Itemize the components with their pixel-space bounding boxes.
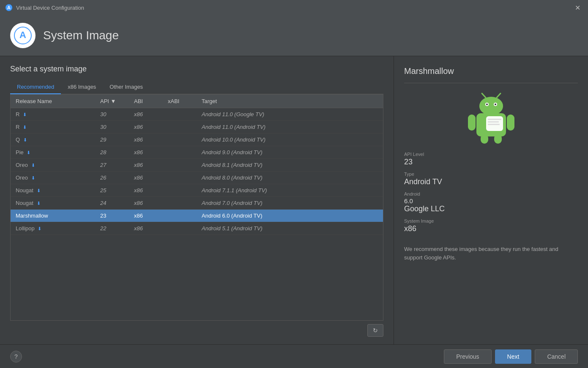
cell-release-name: Lollipop ⬇ xyxy=(11,222,95,235)
cell-release-name: Nougat ⬇ xyxy=(11,197,95,210)
cell-abi: x86 xyxy=(129,146,163,159)
table-row[interactable]: Oreo ⬇26x86Android 8.0 (Android TV) xyxy=(11,172,383,184)
cell-abi: x86 xyxy=(129,197,163,210)
download-icon: ⬇ xyxy=(31,175,35,181)
cell-abi: x86 xyxy=(129,172,163,184)
tab-recommended[interactable]: Recommended xyxy=(10,80,61,94)
table-footer: ↻ xyxy=(10,321,383,340)
table-row[interactable]: Lollipop ⬇22x86Android 5.1 (Android TV) xyxy=(11,222,383,235)
cell-api: 29 xyxy=(95,134,129,146)
cell-release-name: Oreo ⬇ xyxy=(11,159,95,172)
cell-xabi xyxy=(163,134,197,146)
cell-abi: x86 xyxy=(129,184,163,197)
col-release-name[interactable]: Release Name xyxy=(11,95,95,108)
cell-target: Android 11.0 (Android TV) xyxy=(197,121,383,134)
svg-rect-16 xyxy=(494,134,502,144)
header: A System Image xyxy=(0,15,588,56)
cell-xabi xyxy=(163,146,197,159)
svg-rect-14 xyxy=(507,114,514,131)
cell-api: 26 xyxy=(95,172,129,184)
previous-button[interactable]: Previous xyxy=(444,349,491,364)
svg-line-11 xyxy=(482,93,486,98)
cell-target: Android 8.1 (Android TV) xyxy=(197,159,383,172)
cancel-button[interactable]: Cancel xyxy=(535,349,578,364)
table-row[interactable]: R ⬇30x86Android 11.0 (Google TV) xyxy=(11,108,383,121)
cell-release-name: Marshmallow xyxy=(11,210,95,222)
android-field: Android 6.0 Google LLC xyxy=(404,191,578,213)
header-logo: A xyxy=(10,23,36,48)
svg-rect-18 xyxy=(488,119,501,120)
cell-xabi xyxy=(163,222,197,235)
table-row[interactable]: Q ⬇29x86Android 10.0 (Android TV) xyxy=(11,134,383,146)
cell-xabi xyxy=(163,108,197,121)
svg-rect-13 xyxy=(468,114,476,131)
cell-xabi xyxy=(163,172,197,184)
left-panel: Select a system image Recommended x86 Im… xyxy=(0,56,394,344)
cell-target: Android 10.0 (Android TV) xyxy=(197,134,383,146)
tab-bar: Recommended x86 Images Other Images xyxy=(10,80,383,94)
cell-target: Android 9.0 (Android TV) xyxy=(197,146,383,159)
system-image-value: x86 xyxy=(404,224,578,233)
cell-abi: x86 xyxy=(129,134,163,146)
svg-rect-17 xyxy=(486,116,503,131)
download-icon: ⬇ xyxy=(37,201,41,206)
system-image-field: System Image x86 xyxy=(404,218,578,233)
cell-api: 30 xyxy=(95,121,129,134)
download-icon: ⬇ xyxy=(38,226,41,232)
cell-target: Android 8.0 (Android TV) xyxy=(197,172,383,184)
download-icon: ⬇ xyxy=(27,150,30,155)
help-button[interactable]: ? xyxy=(10,351,22,363)
svg-point-10 xyxy=(495,104,496,105)
cell-abi: x86 xyxy=(129,222,163,235)
cell-xabi xyxy=(163,197,197,210)
tab-other-images[interactable]: Other Images xyxy=(103,80,150,94)
cell-release-name: Q ⬇ xyxy=(11,134,95,146)
table-row[interactable]: Pie ⬇28x86Android 9.0 (Android TV) xyxy=(11,146,383,159)
table-row[interactable]: Nougat ⬇24x86Android 7.0 (Android TV) xyxy=(11,197,383,210)
svg-rect-20 xyxy=(488,124,500,125)
col-abi: ABI xyxy=(129,95,163,108)
cell-api: 30 xyxy=(95,108,129,121)
next-button[interactable]: Next xyxy=(495,349,532,364)
type-field: Type Android TV xyxy=(404,172,578,186)
api-level-value: 23 xyxy=(404,158,578,166)
tab-x86-images[interactable]: x86 Images xyxy=(61,80,103,94)
main-window: A Virtual Device Configuration ✕ A Syste… xyxy=(0,0,588,368)
cell-xabi xyxy=(163,210,197,222)
download-icon: ⬇ xyxy=(23,125,27,130)
close-button[interactable]: ✕ xyxy=(572,3,583,13)
cell-target: Android 7.0 (Android TV) xyxy=(197,197,383,210)
table-row[interactable]: Oreo ⬇27x86Android 8.1 (Android TV) xyxy=(11,159,383,172)
cell-target: Android 5.1 (Android TV) xyxy=(197,222,383,235)
window-title: Virtual Device Configuration xyxy=(16,5,572,11)
type-value: Android TV xyxy=(404,177,578,186)
system-image-label: System Image xyxy=(404,218,578,224)
cell-api: 25 xyxy=(95,184,129,197)
col-api[interactable]: API ▼ xyxy=(95,95,129,108)
right-panel: Marshmallow xyxy=(394,56,588,344)
cell-target: Android 11.0 (Google TV) xyxy=(197,108,383,121)
cell-release-name: Oreo ⬇ xyxy=(11,172,95,184)
table-row[interactable]: Nougat ⬇25x86Android 7.1.1 (Android TV) xyxy=(11,184,383,197)
table-header-row: Release Name API ▼ ABI xABI Target xyxy=(11,95,383,108)
svg-line-12 xyxy=(497,93,500,98)
section-title: Select a system image xyxy=(10,65,383,74)
cell-abi: x86 xyxy=(129,159,163,172)
cell-api: 24 xyxy=(95,197,129,210)
table-row[interactable]: R ⬇30x86Android 11.0 (Android TV) xyxy=(11,121,383,134)
cell-api: 23 xyxy=(95,210,129,222)
col-target: Target xyxy=(197,95,383,108)
cell-release-name: Nougat ⬇ xyxy=(11,184,95,197)
table-row[interactable]: Marshmallow23x86Android 6.0 (Android TV) xyxy=(11,210,383,222)
detail-title: Marshmallow xyxy=(404,66,578,76)
download-icon: ⬇ xyxy=(23,137,27,143)
detail-divider xyxy=(404,83,578,83)
system-image-table[interactable]: Release Name API ▼ ABI xABI Target R ⬇30… xyxy=(10,94,383,321)
app-icon: A xyxy=(5,4,13,11)
cell-abi: x86 xyxy=(129,121,163,134)
col-xabi: xABI xyxy=(163,95,197,108)
cell-abi: x86 xyxy=(129,210,163,222)
cell-target: Android 7.1.1 (Android TV) xyxy=(197,184,383,197)
svg-rect-19 xyxy=(488,121,499,123)
refresh-button[interactable]: ↻ xyxy=(367,324,383,337)
